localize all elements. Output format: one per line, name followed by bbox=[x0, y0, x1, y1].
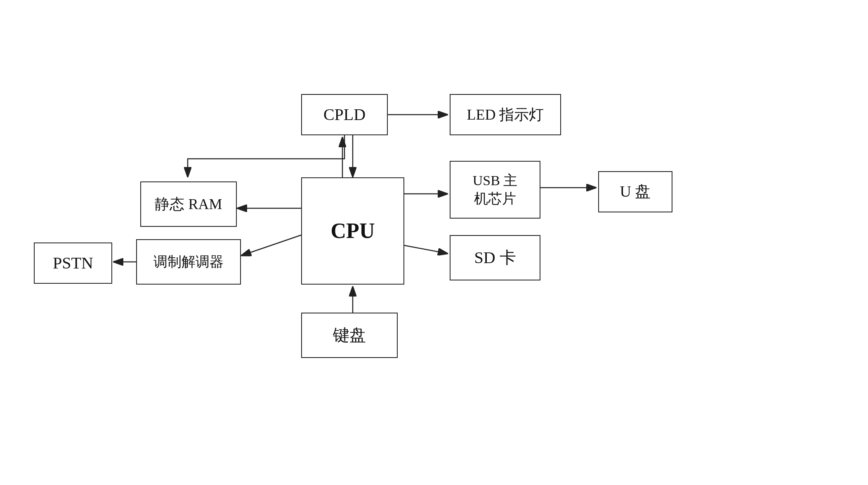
cpu-block: CPU bbox=[301, 177, 404, 285]
led-block: LED 指示灯 bbox=[450, 94, 561, 135]
cpld-block: CPLD bbox=[301, 94, 388, 135]
arrows-svg bbox=[0, 0, 868, 485]
u-disk-block: U 盘 bbox=[598, 171, 672, 212]
diagram-container: CPLD LED 指示灯 静态 RAM CPU USB 主 机芯片 U 盘 调制… bbox=[0, 0, 868, 485]
modem-block: 调制解调器 bbox=[136, 239, 241, 285]
static-ram-block: 静态 RAM bbox=[140, 181, 237, 227]
pstn-block: PSTN bbox=[34, 242, 112, 284]
usb-block: USB 主 机芯片 bbox=[450, 161, 540, 219]
keyboard-block: 键盘 bbox=[301, 313, 398, 358]
sd-card-block: SD 卡 bbox=[450, 235, 540, 280]
svg-line-5 bbox=[241, 235, 301, 256]
svg-line-6 bbox=[404, 245, 448, 254]
